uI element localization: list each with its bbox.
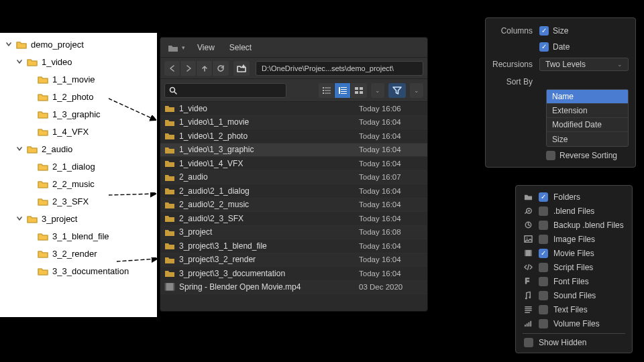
file-row[interactable]: 2_audio\2_2_musicToday 16:04 [160, 198, 427, 213]
file-date: Today 16:04 [359, 242, 423, 250]
svg-rect-40 [526, 324, 527, 327]
display-mode-group [319, 83, 367, 98]
file-date: Today 16:04 [359, 160, 423, 168]
column-size-checkbox[interactable] [539, 26, 549, 36]
tree-subfolder[interactable]: 2_1_dialog [0, 158, 157, 175]
filter-row: Image Files [523, 232, 625, 246]
columns-label: Columns [492, 26, 539, 36]
file-row[interactable]: 1_video\1_3_graphicToday 16:04 [160, 143, 427, 158]
file-row[interactable]: 2_audio\2_3_SFXToday 16:04 [160, 212, 427, 226]
show-hidden-checkbox[interactable] [524, 338, 533, 347]
search-input[interactable] [164, 83, 286, 98]
file-row[interactable]: 1_video\1_1_movieToday 16:04 [160, 116, 427, 130]
svg-rect-20 [360, 91, 363, 94]
folder-icon [38, 110, 48, 119]
divider [523, 333, 625, 334]
filter-checkbox[interactable] [539, 319, 548, 328]
filter-checkbox[interactable] [539, 206, 548, 216]
sort-option[interactable]: Name [547, 90, 628, 104]
tree-folder[interactable]: 3_project [0, 210, 157, 227]
view-vertical-list-button[interactable] [319, 83, 335, 98]
file-date: Today 16:04 [359, 132, 423, 140]
sort-option[interactable]: Modified Date [547, 118, 628, 132]
file-list[interactable]: 1_videoToday 16:061_video\1_1_movieToday… [160, 102, 427, 294]
svg-rect-16 [341, 93, 347, 94]
browser-mode-icon[interactable] [164, 40, 182, 56]
refresh-button[interactable] [213, 61, 229, 76]
tree-subfolder[interactable]: 1_1_movie [0, 70, 157, 88]
svg-rect-12 [339, 87, 340, 94]
tree-folder[interactable]: 2_audio [0, 140, 157, 158]
filter-checkbox[interactable] [539, 192, 548, 202]
file-name: 3_project\3_2_render [179, 255, 359, 264]
filter-checkbox[interactable] [539, 277, 548, 286]
tree-root-label: demo_project [31, 40, 84, 50]
tree-root[interactable]: demo_project [0, 36, 157, 53]
svg-line-1 [109, 194, 156, 195]
movie-icon [164, 282, 175, 292]
tree-subfolder[interactable]: 2_2_music [0, 175, 157, 192]
filter-options-button[interactable]: ⌄ [410, 83, 423, 98]
filter-checkbox[interactable] [539, 305, 548, 314]
movie-icon [523, 249, 533, 257]
file-name: 1_video\1_3_graphic [179, 145, 359, 154]
chevron-down-icon[interactable]: ▾ [182, 44, 185, 51]
back-button[interactable] [164, 61, 180, 76]
file-name: 3_project\3_3_documentation [179, 269, 359, 278]
reverse-sorting-checkbox[interactable] [546, 151, 555, 160]
menu-view[interactable]: View [191, 43, 221, 52]
tree-subfolder-label: 3_2_render [52, 249, 97, 259]
sort-option[interactable]: Extension [547, 104, 628, 118]
file-row[interactable]: 3_projectToday 16:08 [160, 226, 427, 240]
search-icon [169, 86, 177, 95]
file-row[interactable]: 1_video\1_4_VFXToday 16:04 [160, 157, 427, 171]
recursions-select[interactable]: Two Levels ⌄ [539, 58, 629, 71]
tree-subfolder-label: 2_2_music [52, 179, 95, 189]
folder-icon [38, 127, 48, 136]
folder-icon [164, 103, 175, 114]
chevron-down-icon [15, 144, 24, 154]
file-row[interactable]: 3_project\3_2_renderToday 16:04 [160, 253, 427, 267]
forward-button[interactable] [180, 61, 197, 76]
tree-subfolder[interactable]: 3_1_blend_file [0, 227, 157, 245]
folder-icon [38, 267, 48, 276]
search-toolbar: ⌄ ⌄ [160, 79, 427, 102]
file-row[interactable]: 1_video\1_2_photoToday 16:04 [160, 129, 427, 143]
tree-folder-label: 2_audio [42, 144, 72, 154]
file-row[interactable]: 2_audio\2_1_dialogToday 16:04 [160, 184, 427, 198]
file-name: 3_project [179, 227, 359, 237]
filter-checkbox[interactable] [539, 291, 548, 300]
view-thumbnails-button[interactable] [351, 83, 367, 98]
filter-button[interactable] [388, 83, 406, 98]
filter-checkbox[interactable] [539, 249, 548, 258]
filter-label: Sound Files [553, 291, 596, 300]
display-options-button[interactable]: ⌄ [371, 83, 384, 98]
file-name: 3_project\3_1_blend_file [179, 241, 359, 251]
svg-rect-23 [174, 284, 175, 291]
filter-label: Image Files [553, 235, 595, 244]
tree-subfolder-label: 2_3_SFX [52, 196, 89, 206]
tree-folder[interactable]: 1_video [0, 53, 157, 70]
file-row[interactable]: 3_project\3_1_blend_fileToday 16:04 [160, 239, 427, 253]
column-size-label: Size [553, 26, 568, 36]
filter-checkbox[interactable] [539, 235, 548, 244]
file-row[interactable]: 3_project\3_3_documentationToday 16:04 [160, 267, 427, 281]
view-horizontal-list-button[interactable] [335, 83, 351, 98]
file-date: Today 16:07 [359, 173, 423, 181]
filter-label: Backup .blend Files [553, 221, 624, 230]
file-row[interactable]: 2_audioToday 16:07 [160, 171, 427, 185]
svg-point-34 [529, 296, 531, 298]
menu-select[interactable]: Select [223, 43, 258, 52]
filter-checkbox[interactable] [539, 263, 548, 272]
column-date-checkbox[interactable] [539, 42, 549, 52]
filter-checkbox[interactable] [539, 221, 548, 230]
svg-rect-15 [341, 91, 347, 92]
parent-dir-button[interactable] [197, 61, 213, 76]
new-folder-button[interactable] [233, 61, 250, 76]
file-row[interactable]: Spring - Blender Open Movie.mp403 Dec 20… [160, 281, 427, 295]
sort-option[interactable]: Size [547, 132, 628, 146]
filter-popover: Folders.blend FilesBackup .blend FilesIm… [515, 185, 633, 353]
svg-rect-42 [530, 321, 531, 326]
file-row[interactable]: 1_videoToday 16:06 [160, 102, 427, 116]
path-field[interactable]: D:\OneDrive\Projec...sets\demo_project\ [256, 61, 423, 76]
